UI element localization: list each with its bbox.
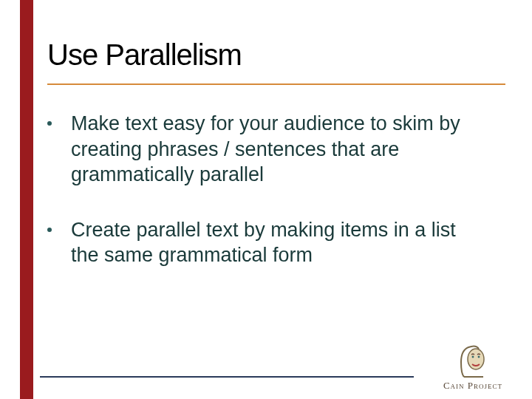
logo: Cain Project — [429, 344, 517, 392]
slide-title: Use Parallelism — [47, 38, 502, 82]
bullet-text: Create parallel text by making items in … — [71, 217, 488, 268]
cain-project-icon — [458, 344, 488, 378]
footer-rule — [40, 376, 414, 378]
logo-text: Cain Project — [429, 380, 517, 392]
bullet-icon — [47, 121, 52, 126]
title-area: Use Parallelism — [47, 38, 502, 82]
content-area: Make text easy for your audience to skim… — [47, 111, 488, 298]
list-item: Make text easy for your audience to skim… — [47, 111, 488, 188]
accent-sidebar — [20, 0, 33, 399]
bullet-icon — [47, 228, 52, 232]
svg-point-2 — [478, 356, 480, 358]
title-underline — [47, 83, 505, 85]
bullet-text: Make text easy for your audience to skim… — [71, 111, 488, 188]
list-item: Create parallel text by making items in … — [47, 217, 488, 268]
svg-point-1 — [472, 356, 474, 358]
